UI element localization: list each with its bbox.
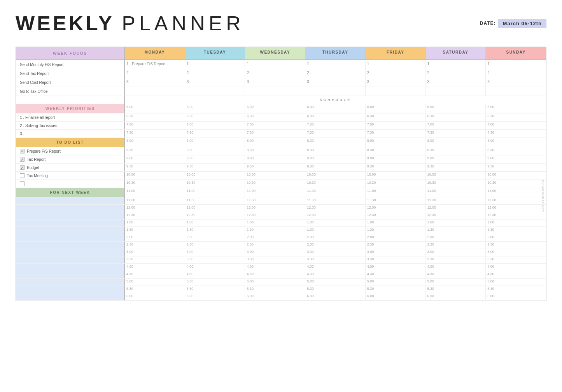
time-row-9: 10.3010.3010.3010.3010.3010.3010.30 [16, 180, 546, 188]
focus-day-cells-1: 2 .2 .2 .2 .2 .2 .2 . [125, 69, 546, 78]
time-cell-15-5: 1.30 [426, 227, 486, 234]
time-cell-6-0: 9.00 [125, 155, 185, 163]
time-day-cells-16: 2.002.002.002.002.002.002.00 [125, 234, 546, 241]
time-cell-2-4: 7.00 [366, 122, 426, 129]
time-day-cells-5: 8.308.308.308.308.308.308.30 [125, 147, 546, 155]
time-cell-14-6: 1.00 [486, 220, 546, 226]
checkbox-checked[interactable]: ✓ [20, 165, 25, 170]
time-day-cells-21: 4.304.304.304.304.304.304.30 [125, 271, 546, 278]
time-cell-20-3: 4.00 [305, 264, 366, 271]
time-cell-24-1: 6.00 [185, 293, 245, 300]
checkbox-checked[interactable]: ✓ [20, 157, 25, 162]
time-row-5: ✓Prepare F/S Report8.308.308.308.308.308… [16, 147, 546, 155]
time-day-cells-1: 6.306.306.306.306.306.306.30 [125, 113, 546, 121]
time-cell-0-5: 6.00 [426, 104, 486, 113]
time-cell-18-5: 3.00 [426, 249, 486, 256]
time-day-cells-24: 6.006.006.006.006.006.006.00 [125, 293, 546, 300]
header-row: WEEK FOCUS MONDAYTUESDAYWEDNESDAYTHURSDA… [16, 47, 546, 60]
time-day-cells-13: 12.3012.3012.3012.3012.3012.3012.30 [125, 212, 546, 219]
time-cell-14-4: 1.00 [366, 220, 426, 226]
time-cell-12-5: 12.00 [426, 205, 486, 212]
time-cell-16-1: 2.00 [185, 234, 245, 241]
left-section-4: TO DO LIST [16, 138, 125, 147]
day-header-wednesday: WEDNESDAY [245, 47, 305, 59]
time-row-24: 6.006.006.006.006.006.006.00 [16, 293, 546, 301]
time-day-cells-6: 9.009.009.009.009.009.009.00 [125, 155, 546, 163]
time-cell-1-0: 6.30 [125, 113, 185, 121]
time-row-7: ✓Budget9.309.309.309.309.309.309.30 [16, 164, 546, 172]
time-cell-16-3: 2.00 [305, 234, 366, 241]
schedule-left-empty [16, 96, 125, 104]
time-day-cells-7: 9.309.309.309.309.309.309.30 [125, 164, 546, 171]
time-cell-19-1: 3.30 [185, 256, 245, 263]
time-cell-6-3: 9.00 [305, 155, 366, 163]
checkbox-checked[interactable]: ✓ [20, 149, 25, 153]
time-cell-23-4: 5.30 [366, 286, 426, 293]
time-cell-21-5: 4.30 [426, 271, 486, 278]
time-cell-1-2: 6.30 [245, 113, 305, 121]
focus-cell-2-0: 3 . [125, 78, 185, 87]
page-header: WEEKLY PLANNER DATE: March 05-12th [16, 12, 546, 35]
left-section-2: 2 . Solving Tax issues [16, 122, 125, 129]
checkbox-unchecked[interactable] [20, 181, 25, 186]
time-cell-10-3: 11.00 [305, 188, 366, 197]
focus-cell-3-4 [366, 87, 426, 96]
time-cell-23-2: 5.30 [245, 286, 305, 293]
focus-cell-0-4: 1 . [366, 60, 426, 69]
time-cell-7-3: 9.30 [305, 164, 366, 171]
time-day-cells-22: 5.005.005.005.005.005.005.00 [125, 279, 546, 286]
schedule-title-text: SCHEDULE [320, 98, 352, 102]
left-section-16 [16, 234, 125, 241]
focus-rows: Send Monthly F/S Report1 . Prepare F/S R… [16, 60, 546, 96]
time-cell-8-3: 10.00 [305, 172, 366, 179]
time-cell-24-4: 6.00 [366, 293, 426, 300]
time-cell-20-5: 4.00 [426, 264, 486, 271]
title-bold: WEEKLY [16, 12, 114, 35]
time-cell-21-1: 4.30 [185, 271, 245, 278]
focus-cell-1-6: 2 . [486, 69, 546, 78]
time-row-16: 2.002.002.002.002.002.002.00 [16, 234, 546, 242]
time-cell-2-3: 7.00 [305, 122, 366, 129]
time-cell-17-2: 2.30 [245, 242, 305, 249]
time-cell-14-2: 1.00 [245, 220, 305, 226]
time-cell-2-1: 7.00 [185, 122, 245, 129]
day-header-tuesday: TUESDAY [185, 47, 245, 59]
time-cell-3-3: 7.30 [305, 130, 366, 138]
time-cell-5-2: 8.30 [245, 147, 305, 155]
time-cell-4-0: 8.00 [125, 138, 185, 147]
time-cell-9-3: 10.30 [305, 180, 366, 188]
time-cell-13-4: 12.30 [366, 212, 426, 219]
focus-cell-2-1: 3 . [185, 78, 245, 87]
time-cell-4-2: 8.00 [245, 138, 305, 147]
focus-day-cells-0: 1 . Prepare F/S Report1 .1 .1 .1 .1 .1 . [125, 60, 546, 69]
time-cell-2-0: 7.00 [125, 122, 185, 129]
week-focus-label: WEEK FOCUS [53, 51, 87, 56]
time-row-23: 5.305.305.305.305.305.305.30 [16, 286, 546, 293]
time-row-12: 12.0012.0012.0012.0012.0012.0012.00 [16, 205, 546, 212]
left-section-9 [16, 180, 125, 188]
left-section-17 [16, 242, 125, 249]
time-row-2: 2 . Solving Tax issues7.007.007.007.007.… [16, 122, 546, 130]
checkbox-unchecked[interactable] [20, 173, 25, 178]
time-cell-5-3: 8.30 [305, 147, 366, 155]
time-row-17: 2.302.302.302.302.302.302.30 [16, 242, 546, 249]
focus-day-cells-3 [125, 87, 546, 96]
day-header-sunday: SUNDAY [486, 47, 546, 59]
time-cell-22-2: 5.00 [245, 279, 305, 286]
time-cell-3-0: 7.30 [125, 130, 185, 138]
time-day-cells-18: 3.003.003.003.003.003.003.00 [125, 249, 546, 256]
time-cell-13-1: 12.30 [185, 212, 245, 219]
time-cell-23-1: 5.30 [185, 286, 245, 293]
time-cell-24-6: 6.00 [486, 293, 546, 300]
time-row-3: 3 .7.307.307.307.307.307.307.30 [16, 130, 546, 138]
time-row-18: 3.003.003.003.003.003.003.00 [16, 249, 546, 256]
left-section-10: FOR NEXT WEEK [16, 188, 125, 197]
time-cell-11-6: 11.30 [486, 197, 546, 204]
time-cell-10-4: 11.00 [366, 188, 426, 197]
time-cell-19-6: 3.30 [486, 256, 546, 263]
time-cell-17-3: 2.30 [305, 242, 366, 249]
time-cell-12-1: 12.00 [185, 205, 245, 212]
time-day-cells-10: 11.0011.0011.0011.0011.0011.0011.00 [125, 188, 546, 197]
time-cell-11-3: 11.30 [305, 197, 366, 204]
time-cell-14-3: 1.00 [305, 220, 366, 226]
